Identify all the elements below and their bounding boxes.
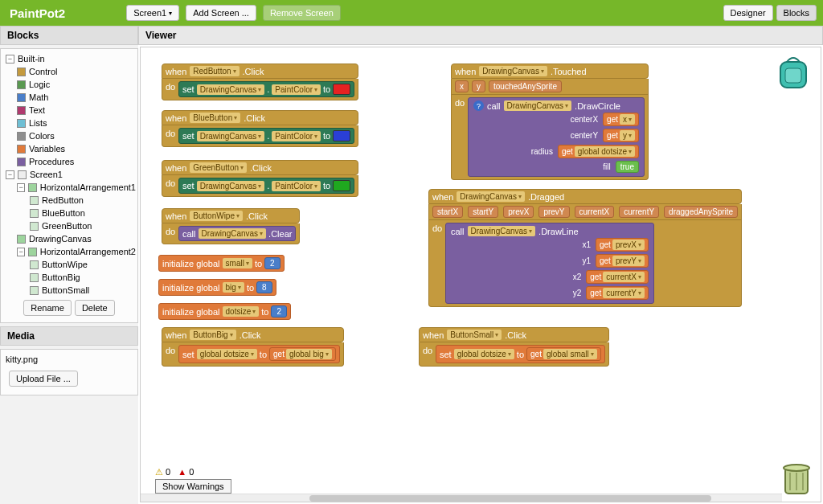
viewer-header: Viewer [138, 26, 823, 45]
block-blue-click[interactable]: whenBlueButton.Click setDrawingCanvas.Pa… [162, 110, 358, 147]
block-big-click[interactable]: whenButtonBig.Click setglobal dotsizetog… [162, 327, 344, 367]
designer-button[interactable]: Designer [723, 5, 773, 21]
svg-rect-1 [785, 68, 801, 83]
block-touched[interactable]: whenDrawingCanvas.Touched xytouchedAnySp… [451, 64, 649, 180]
category-control[interactable]: Control [29, 67, 57, 76]
comp-bw[interactable]: ButtonWipe [42, 260, 88, 269]
comp-blue[interactable]: BlueButton [42, 208, 85, 218]
category-icon [17, 119, 26, 128]
block-red-click[interactable]: whenRedButton.Click setDrawingCanvas.Pai… [162, 64, 358, 100]
color-blue[interactable] [333, 130, 350, 141]
category-icon [17, 158, 26, 166]
category-math[interactable]: Math [29, 92, 48, 102]
category-procedures[interactable]: Procedures [29, 157, 74, 166]
component-icon [30, 286, 39, 295]
category-colors[interactable]: Colors [29, 131, 55, 141]
component-icon [30, 209, 39, 218]
block-init-small[interactable]: initialize globalsmallto2 [158, 255, 285, 272]
color-red[interactable] [333, 84, 350, 95]
block-green-click[interactable]: whenGreenButton.Click setDrawingCanvas.P… [162, 160, 358, 197]
backpack-icon[interactable] [774, 52, 813, 91]
comp-bs[interactable]: ButtonSmall [42, 285, 89, 295]
comp-red[interactable]: RedButton [42, 195, 84, 205]
block-small-click[interactable]: whenButtonSmall.Click setglobal dotsizet… [419, 327, 609, 367]
comp-canvas[interactable]: DrawingCanvas [29, 234, 92, 244]
blocks-tree: −Built-in Control Logic Math Text Lists … [0, 48, 138, 323]
component-icon [30, 222, 39, 231]
screen-dropdown[interactable]: Screen1 [126, 5, 179, 21]
comp-h2[interactable]: HorizontalArrangement2 [40, 247, 136, 256]
blocks-button[interactable]: Blocks [776, 5, 817, 21]
category-icon [17, 80, 26, 89]
collapse-icon[interactable]: − [6, 170, 14, 179]
category-icon [17, 93, 26, 102]
horizontal-scrollbar[interactable] [141, 494, 782, 502]
collapse-icon[interactable]: − [17, 183, 25, 192]
component-icon [30, 196, 39, 205]
collapse-icon[interactable]: − [17, 248, 25, 256]
category-variables[interactable]: Variables [29, 144, 65, 154]
media-panel-header: Media [0, 326, 138, 346]
show-warnings-button[interactable]: Show Warnings [155, 479, 231, 494]
trash-icon[interactable] [780, 458, 813, 497]
help-icon[interactable]: ? [473, 100, 484, 111]
category-icon [17, 68, 26, 76]
block-wipe-click[interactable]: whenButtonWipe.Click callDrawingCanvas.C… [162, 208, 300, 244]
builtin-label[interactable]: Built-in [18, 54, 45, 64]
app-title: PaintPot2 [10, 6, 65, 20]
scrollbar-thumb[interactable] [309, 495, 711, 502]
category-lists[interactable]: Lists [29, 118, 47, 128]
remove-screen-button[interactable]: Remove Screen [263, 5, 341, 21]
delete-button[interactable]: Delete [75, 300, 115, 316]
blocks-canvas[interactable]: whenRedButton.Click setDrawingCanvas.Pai… [140, 47, 821, 502]
category-logic[interactable]: Logic [29, 80, 50, 89]
color-green[interactable] [333, 180, 350, 191]
component-icon [28, 248, 36, 256]
media-file[interactable]: kitty.png [6, 354, 133, 364]
category-text[interactable]: Text [29, 105, 45, 115]
component-icon [17, 235, 26, 244]
category-icon [17, 132, 26, 141]
comp-bb[interactable]: ButtonBig [42, 272, 80, 282]
category-icon [17, 145, 26, 154]
collapse-icon[interactable]: − [6, 55, 14, 64]
comp-green[interactable]: GreenButton [42, 221, 92, 231]
block-dragged[interactable]: whenDrawingCanvas.Dragged startXstartY p… [428, 189, 742, 307]
comp-h1[interactable]: HorizontalArrangement1 [40, 182, 136, 192]
component-icon [30, 260, 39, 269]
blocks-panel-header: Blocks [0, 26, 138, 45]
category-icon [17, 106, 26, 115]
warnings-area: ⚠ 0 ▲ 0 Show Warnings [155, 467, 231, 494]
component-icon [30, 273, 39, 282]
component-icon [18, 170, 27, 179]
add-screen-button[interactable]: Add Screen ... [186, 5, 256, 21]
upload-file-button[interactable]: Upload File ... [9, 371, 78, 387]
comp-screen1[interactable]: Screen1 [30, 170, 63, 179]
svg-point-3 [784, 465, 809, 471]
block-init-dotsize[interactable]: initialize globaldotsizeto2 [158, 303, 291, 320]
rename-button[interactable]: Rename [23, 300, 72, 316]
component-icon [28, 183, 36, 192]
block-init-big[interactable]: initialize globalbigto8 [158, 279, 276, 296]
